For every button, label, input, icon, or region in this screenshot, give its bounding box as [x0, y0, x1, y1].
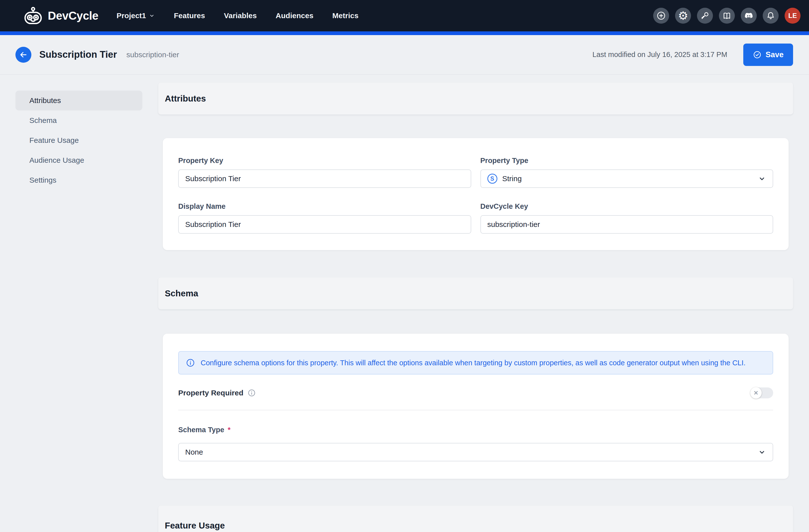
user-avatar[interactable]: LE	[785, 8, 801, 24]
feature-usage-heading: Feature Usage	[165, 520, 225, 531]
plus-circle-icon	[656, 11, 666, 21]
property-required-label: Property Required	[178, 389, 243, 397]
property-key-label: Property Key	[178, 157, 471, 165]
schema-type-select[interactable]: None	[178, 443, 773, 461]
sidebar-item-audience-usage[interactable]: Audience Usage	[15, 150, 142, 170]
main-panel: Attributes Property Key Property Type S …	[158, 83, 793, 532]
page-header: Subscription Tier subscription-tier Last…	[0, 35, 809, 75]
discord-button[interactable]	[741, 8, 757, 24]
header-actions: Last modified on July 16, 2025 at 3:17 P…	[592, 43, 793, 66]
create-button[interactable]	[653, 8, 669, 24]
string-type-icon: S	[487, 174, 497, 184]
settings-button[interactable]: ⚙	[675, 8, 691, 24]
project-switcher[interactable]: Project1	[117, 12, 155, 20]
schema-card: Configure schema options for this proper…	[163, 334, 789, 479]
display-name-label: Display Name	[178, 202, 471, 211]
check-circle-icon	[753, 50, 762, 59]
bell-icon	[766, 11, 776, 21]
sidebar-item-attributes[interactable]: Attributes	[15, 91, 142, 110]
attributes-section-header: Attributes	[158, 83, 793, 114]
property-type-field-group: Property Type S String	[480, 157, 773, 188]
nav-variables[interactable]: Variables	[224, 12, 257, 20]
property-required-row: Property Required ✕	[178, 387, 773, 398]
devcycle-key-field-group: DevCycle Key	[480, 202, 773, 234]
content-area: Attributes Schema Feature Usage Audience…	[0, 75, 809, 532]
schema-section-header: Schema	[158, 278, 793, 309]
project-name: Project1	[117, 12, 146, 20]
schema-type-label: Schema Type	[178, 426, 224, 434]
save-button[interactable]: Save	[743, 43, 793, 66]
section-sidebar: Attributes Schema Feature Usage Audience…	[15, 83, 142, 532]
schema-divider	[178, 410, 773, 410]
devcycle-key-label: DevCycle Key	[480, 202, 773, 211]
property-type-label: Property Type	[480, 157, 773, 165]
property-key-input[interactable]	[178, 170, 471, 188]
top-navbar: DevCycle Project1 Features Variables Aud…	[0, 0, 809, 31]
info-icon	[186, 358, 195, 368]
attributes-heading: Attributes	[165, 93, 206, 104]
feature-usage-section-header: Feature Usage	[158, 506, 793, 532]
attributes-card: Property Key Property Type S String	[163, 138, 789, 250]
back-button[interactable]	[15, 47, 31, 63]
chevron-down-icon	[149, 13, 155, 19]
primary-nav: Project1 Features Variables Audiences Me…	[117, 12, 359, 20]
last-modified-text: Last modified on July 16, 2025 at 3:17 P…	[592, 51, 727, 59]
required-asterisk: *	[228, 426, 230, 434]
save-button-label: Save	[766, 50, 784, 59]
toggle-knob: ✕	[750, 387, 762, 398]
devcycle-robot-icon	[22, 7, 44, 25]
nav-audiences[interactable]: Audiences	[276, 12, 313, 20]
devcycle-logo[interactable]: DevCycle	[22, 7, 98, 25]
property-key-slug: subscription-tier	[126, 51, 179, 59]
documentation-button[interactable]	[719, 8, 735, 24]
arrow-left-icon	[19, 51, 28, 59]
sidebar-item-schema[interactable]: Schema	[15, 110, 142, 130]
discord-icon	[743, 11, 754, 21]
page-title: Subscription Tier	[39, 49, 117, 60]
property-type-select[interactable]: S String	[480, 170, 773, 188]
navbar-actions: ⚙ LE	[653, 8, 801, 24]
property-required-toggle[interactable]: ✕	[750, 387, 773, 398]
display-name-field-group: Display Name	[178, 202, 471, 234]
property-key-field-group: Property Key	[178, 157, 471, 188]
app-root: DevCycle Project1 Features Variables Aud…	[0, 0, 809, 532]
attributes-form: Property Key Property Type S String	[178, 157, 773, 234]
sidebar-item-settings[interactable]: Settings	[15, 170, 142, 190]
devcycle-key-input[interactable]	[480, 215, 773, 234]
schema-type-value: None	[185, 448, 203, 456]
api-keys-button[interactable]	[697, 8, 713, 24]
chevron-down-icon	[758, 448, 766, 456]
schema-info-banner: Configure schema options for this proper…	[178, 351, 773, 374]
display-name-input[interactable]	[178, 215, 471, 234]
brand-name: DevCycle	[48, 9, 98, 22]
schema-type-field-group: Schema Type * None	[178, 426, 773, 461]
key-icon	[700, 11, 710, 21]
toggle-x-icon: ✕	[754, 390, 758, 396]
nav-features[interactable]: Features	[174, 12, 205, 20]
open-book-icon	[722, 11, 732, 21]
gear-icon: ⚙	[678, 10, 688, 21]
property-type-value: String	[502, 174, 522, 183]
chevron-down-icon	[758, 174, 766, 183]
notifications-button[interactable]	[763, 8, 779, 24]
sidebar-item-feature-usage[interactable]: Feature Usage	[15, 130, 142, 150]
info-icon[interactable]	[247, 389, 256, 397]
schema-info-text: Configure schema options for this proper…	[201, 358, 745, 368]
accent-strip	[0, 31, 809, 35]
nav-metrics[interactable]: Metrics	[332, 12, 359, 20]
schema-heading: Schema	[165, 288, 198, 298]
